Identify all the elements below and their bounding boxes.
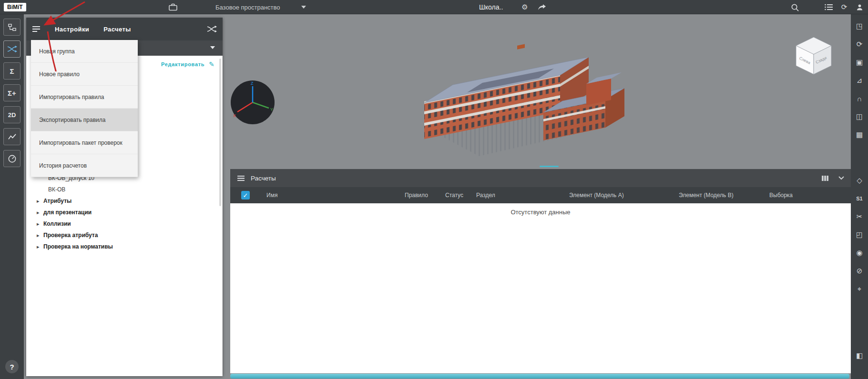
column-rule[interactable]: Правило <box>399 192 439 199</box>
menu-item-import-check-package[interactable]: Импортировать пакет проверок <box>31 131 138 154</box>
hide-elements-icon[interactable]: ⊘ <box>853 265 866 277</box>
focus-element-icon[interactable]: ⌖ <box>853 283 866 295</box>
panel-resize-handle[interactable] <box>540 166 559 167</box>
table-empty-state: Отсутствуют данные <box>230 203 851 373</box>
sum-icon[interactable]: Σ <box>3 62 20 80</box>
measure-icon[interactable]: ⊿ <box>853 74 866 87</box>
share-icon[interactable] <box>537 0 547 14</box>
briefcase-icon[interactable] <box>168 0 178 14</box>
vertical-scrollbar[interactable] <box>219 59 221 206</box>
chevron-right-icon: ▸ <box>37 209 43 216</box>
tree-item[interactable]: ВК-ОВ <box>26 184 218 195</box>
selection-sets-icon[interactable]: S1 <box>853 192 866 205</box>
view-2d-icon[interactable]: 2D <box>3 106 20 123</box>
pencil-icon[interactable]: ✎ <box>209 60 214 68</box>
axis-z-label: Z <box>251 81 254 86</box>
menu-item-new-group[interactable]: Новая группа <box>31 40 138 63</box>
chevron-right-icon: ▸ <box>37 198 43 204</box>
calculations-menu-icon[interactable] <box>237 175 245 181</box>
gear-icon[interactable]: ⚙ <box>520 0 530 14</box>
chevron-right-icon: ▸ <box>37 232 43 239</box>
tree-group[interactable]: ▸Атрибуты <box>26 195 218 207</box>
calculations-title: Расчеты <box>251 175 276 182</box>
tab-settings[interactable]: Настройки <box>55 26 89 33</box>
project-name: Школа.. <box>479 0 503 14</box>
left-toolbar: Σ Σ+ 2D <box>0 14 24 379</box>
clash-icon[interactable] <box>207 25 217 33</box>
gauge-icon[interactable] <box>3 150 20 167</box>
column-section[interactable]: Раздел <box>470 192 563 199</box>
menu-item-export-rules[interactable]: Экспортировать правила <box>31 109 138 131</box>
app-logo: BiMiT <box>4 3 26 11</box>
materials-icon[interactable]: ◧ <box>853 349 866 362</box>
columns-icon[interactable] <box>821 175 829 181</box>
right-toolbar: ◳ ⟳ ▣ ⊿ ∩ ◫ ▦ ◇ S1 ✂ ◰ ◉ ⊘ ⌖ ◧ <box>851 14 868 379</box>
graphs-icon[interactable] <box>3 128 20 145</box>
rules-panel-header: Настройки Расчеты <box>26 18 223 40</box>
sum-plus-icon[interactable]: Σ+ <box>3 84 20 101</box>
sync-icon[interactable]: ⟳ <box>839 0 849 14</box>
table-header: ✓ Имя Правило Статус Раздел Элемент (Мод… <box>230 187 851 203</box>
tree-group[interactable]: ▸Проверка атрибута <box>26 229 218 241</box>
user-icon[interactable] <box>854 0 865 14</box>
workspace-selector[interactable]: Базовое пространство <box>215 0 280 14</box>
rules-menu-button[interactable] <box>32 26 41 32</box>
tree-group[interactable]: ▸для презентации <box>26 207 218 218</box>
collapse-panel-icon[interactable] <box>838 176 844 180</box>
section-icon[interactable]: ◫ <box>853 110 866 123</box>
topbar: BiMiT Базовое пространство Школа.. ⚙ ⟳ <box>0 0 868 14</box>
tree-group[interactable]: ▸Коллизии <box>26 218 218 229</box>
clash-rules-icon[interactable] <box>3 40 20 58</box>
menu-item-calc-history[interactable]: История расчетов <box>31 154 138 177</box>
view-cube[interactable]: Слева Сзади <box>792 34 835 77</box>
show-elements-icon[interactable]: ◉ <box>853 247 866 259</box>
column-status[interactable]: Статус <box>439 192 470 199</box>
chevron-right-icon: ▸ <box>37 244 43 250</box>
menu-item-new-rule[interactable]: Новое правило <box>31 63 138 86</box>
workspace-caret-icon[interactable] <box>301 0 306 14</box>
rules-tree: ВК-ОВ_допуск 10 ВК-ОВ ▸Атрибуты ▸для пре… <box>26 172 218 252</box>
clip-box-icon[interactable]: ◰ <box>853 229 866 241</box>
axis-x-label: X <box>233 113 236 118</box>
grid-icon[interactable]: ▦ <box>853 129 866 141</box>
fit-view-icon[interactable]: ◳ <box>853 20 866 32</box>
calculations-header: Расчеты <box>230 169 851 187</box>
magnet-snap-icon[interactable]: ∩ <box>853 92 866 105</box>
column-selection[interactable]: Выборка <box>764 192 851 199</box>
model-tree-icon[interactable] <box>3 19 20 36</box>
select-all-checkbox[interactable]: ✓ <box>241 191 250 199</box>
column-element-a[interactable]: Элемент (Модель A) <box>563 192 673 199</box>
axis-gizmo[interactable]: X Y Z <box>230 80 276 125</box>
building-model[interactable] <box>396 28 663 175</box>
column-name[interactable]: Имя <box>261 192 399 199</box>
clip-plane-icon[interactable]: ✂ <box>853 210 866 223</box>
polygon-select-icon[interactable]: ◇ <box>853 174 866 187</box>
select-region-icon[interactable]: ▣ <box>853 56 866 69</box>
search-icon[interactable] <box>789 0 800 14</box>
horizontal-scrollbar[interactable] <box>230 374 849 379</box>
menu-item-import-rules[interactable]: Импортировать правила <box>31 86 138 109</box>
column-element-b[interactable]: Элемент (Модель B) <box>673 192 764 199</box>
rules-dropdown-menu: Новая группа Новое правило Импортировать… <box>31 40 138 177</box>
chevron-right-icon: ▸ <box>37 221 43 227</box>
help-button[interactable]: ? <box>5 360 19 373</box>
axis-y-label: Y <box>270 107 273 112</box>
tab-calculations[interactable]: Расчеты <box>103 26 131 33</box>
calculations-panel: Расчеты ✓ Имя Правило Статус Раздел Элем… <box>230 169 851 373</box>
list-icon[interactable] <box>824 0 834 14</box>
edit-link[interactable]: Редактировать <box>161 61 204 67</box>
tree-group[interactable]: ▸Проверка на нормативы <box>26 241 218 252</box>
group-selector-caret-icon <box>210 46 215 49</box>
orbit-icon[interactable]: ⟳ <box>853 38 866 50</box>
